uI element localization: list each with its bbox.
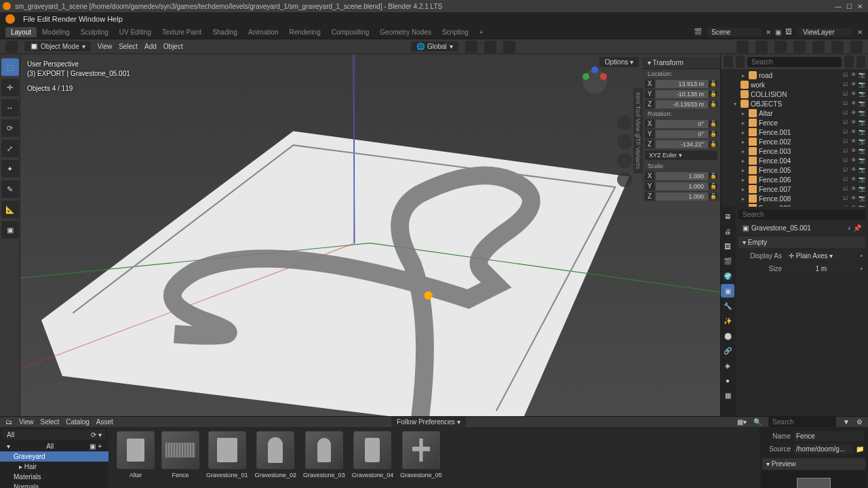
menu-render[interactable]: Render — [52, 15, 77, 23]
viewlayer-field[interactable] — [799, 28, 853, 37]
scene-properties-tab[interactable]: 🎬 — [721, 254, 734, 268]
orientation-dropdown[interactable]: 🌐 Global ▾ — [411, 41, 458, 52]
asset-gravestone_01[interactable]: Gravestone_01 — [206, 431, 248, 488]
asset-gravestone_02[interactable]: Gravestone_02 — [255, 431, 297, 488]
visibility-toggle[interactable]: 👁 — [850, 138, 857, 146]
maximize-button[interactable]: ☐ — [844, 3, 854, 10]
modifier-properties-tab[interactable]: 🔧 — [721, 299, 734, 312]
outliner-node-fence[interactable]: ▸Fence☑👁📷 — [721, 118, 868, 127]
outliner-node-fence-008[interactable]: ▸Fence.008☑👁📷 — [721, 194, 868, 203]
select-box-tool[interactable]: ⬚ — [1, 58, 19, 76]
workspace-tab-modeling[interactable]: Modeling — [37, 27, 75, 37]
physics-properties-tab[interactable]: ⬤ — [721, 329, 734, 342]
scale-z-field[interactable]: 1.000 — [656, 192, 708, 201]
asset-name-field[interactable]: Fence — [793, 431, 864, 441]
workspace-tab-+[interactable]: + — [474, 27, 489, 37]
render-toggle[interactable]: 📷 — [858, 176, 865, 184]
workspace-tab-texture-paint[interactable]: Texture Paint — [157, 27, 207, 37]
asset-filter-button[interactable]: ▼ — [843, 418, 850, 426]
rotation-x-field[interactable]: 0° — [656, 120, 708, 128]
outliner-node-fence-006[interactable]: ▸Fence.006☑👁📷 — [721, 175, 868, 184]
render-toggle[interactable]: 📷 — [858, 119, 865, 127]
object-properties-tab[interactable]: ▣ — [721, 284, 734, 298]
lock-rot-x[interactable]: 🔓 — [709, 121, 717, 127]
location-y-field[interactable]: -10.138 m — [656, 90, 708, 98]
lock-loc-x[interactable]: 🔓 — [709, 81, 717, 87]
workspace-tab-layout[interactable]: Layout — [5, 27, 37, 37]
exclude-toggle[interactable]: ☑ — [842, 157, 849, 165]
exclude-toggle[interactable]: ☑ — [842, 176, 849, 184]
visibility-toggle[interactable]: 👁 — [850, 176, 857, 184]
location-x-field[interactable]: 13.913 m — [656, 80, 708, 88]
empty-section-header[interactable]: ▾ Empty — [738, 237, 865, 248]
scale-y-field[interactable]: 1.000 — [656, 182, 708, 190]
exclude-toggle[interactable]: ☑ — [842, 148, 849, 155]
outliner-filter-button[interactable] — [844, 56, 854, 68]
viewport-menu-object[interactable]: Object — [163, 43, 183, 50]
exclude-toggle[interactable]: ☑ — [842, 129, 849, 136]
output-properties-tab[interactable]: 🖨 — [721, 224, 734, 238]
open-source-button[interactable]: 📁 — [856, 445, 864, 453]
render-toggle[interactable]: 📷 — [858, 138, 865, 146]
measure-tool[interactable]: 📐 — [1, 201, 19, 218]
exclude-toggle[interactable]: ☑ — [842, 138, 849, 146]
rotation-y-field[interactable]: 0° — [656, 130, 708, 138]
visibility-toggle[interactable]: 👁 — [850, 110, 857, 117]
exclude-toggle[interactable]: ☑ — [842, 81, 849, 89]
shading-material-button[interactable] — [831, 41, 844, 53]
visibility-toggle[interactable]: 👁 — [850, 195, 857, 203]
rotation-z-field[interactable]: -134.22° — [656, 140, 708, 148]
render-toggle[interactable]: 📷 — [858, 186, 865, 193]
close-button[interactable]: ✕ — [854, 3, 865, 10]
render-toggle[interactable]: 📷 — [858, 167, 865, 174]
viewlayer-properties-tab[interactable]: 🖼 — [721, 239, 734, 253]
visibility-toggle[interactable]: 👁 — [850, 129, 857, 136]
render-toggle[interactable]: 📷 — [858, 81, 865, 89]
annotate-tool[interactable]: ✎ — [1, 180, 19, 198]
display-as-dropdown[interactable]: ✛ Plain Axes ▾ — [785, 251, 857, 261]
lock-scale-x[interactable]: 🔓 — [709, 173, 717, 179]
catalog-materials[interactable]: Materials — [0, 472, 108, 482]
render-toggle[interactable]: 📷 — [858, 129, 865, 136]
rotation-mode-dropdown[interactable]: XYZ Euler ▾ — [645, 150, 717, 160]
visibility-toggle[interactable]: 👁 — [850, 157, 857, 165]
shading-rendered-button[interactable] — [850, 41, 863, 53]
workspace-tab-rendering[interactable]: Rendering — [284, 27, 326, 37]
texture-properties-tab[interactable]: ▦ — [721, 388, 734, 402]
exclude-toggle[interactable]: ☑ — [842, 72, 849, 79]
workspace-tab-shading[interactable]: Shading — [207, 27, 243, 37]
asset-menu-asset[interactable]: Asset — [96, 418, 113, 426]
outliner-node-fence-007[interactable]: ▸Fence.007☑👁📷 — [721, 184, 868, 194]
outliner-node-fence-001[interactable]: ▸Fence.001☑👁📷 — [721, 127, 868, 137]
n-panel-tabs[interactable]: Item Tool View glTF Variants — [633, 88, 643, 174]
viewport-menu-select[interactable]: Select — [119, 43, 138, 50]
render-toggle[interactable]: 📷 — [858, 110, 865, 117]
perspective-toggle-icon[interactable] — [617, 172, 632, 187]
catalog-normals[interactable]: Normals — [0, 482, 108, 488]
catalog-graveyard[interactable]: Graveyard — [0, 451, 108, 462]
shading-wireframe-button[interactable] — [793, 41, 806, 53]
lock-scale-y[interactable]: 🔓 — [709, 183, 717, 189]
exclude-toggle[interactable]: ☑ — [842, 100, 849, 108]
workspace-tab-compositing[interactable]: Compositing — [326, 27, 375, 37]
workspace-tab-scripting[interactable]: Scripting — [437, 27, 474, 37]
menu-help[interactable]: Help — [107, 15, 123, 23]
asset-fence[interactable]: Fence — [161, 431, 199, 488]
camera-view-icon[interactable] — [617, 153, 632, 168]
asset-gravestone_04[interactable]: Gravestone_04 — [352, 431, 394, 488]
properties-search[interactable] — [738, 209, 865, 220]
particle-properties-tab[interactable]: ✨ — [721, 314, 734, 327]
lock-rot-z[interactable]: 🔓 — [709, 141, 717, 147]
outliner-node-work[interactable]: work☑👁📷 — [721, 80, 868, 89]
add-cube-tool[interactable]: ▣ — [1, 221, 19, 239]
proportional-button[interactable] — [503, 41, 515, 53]
scale-tool[interactable]: ⤢ — [1, 140, 19, 157]
catalog-hair[interactable]: ▸ Hair — [0, 462, 108, 472]
pivot-button[interactable] — [465, 41, 477, 53]
menu-window[interactable]: Window — [79, 15, 105, 23]
properties-breadcrumb[interactable]: ▣ Gravestone_05.001 › 📌 — [738, 222, 865, 234]
overlay-toggle-button[interactable] — [755, 41, 768, 53]
viewlayer-remove-button[interactable]: ✕ — [857, 28, 863, 36]
render-toggle[interactable]: 📷 — [858, 100, 865, 108]
workspace-tab-sculpting[interactable]: Sculpting — [75, 27, 114, 37]
